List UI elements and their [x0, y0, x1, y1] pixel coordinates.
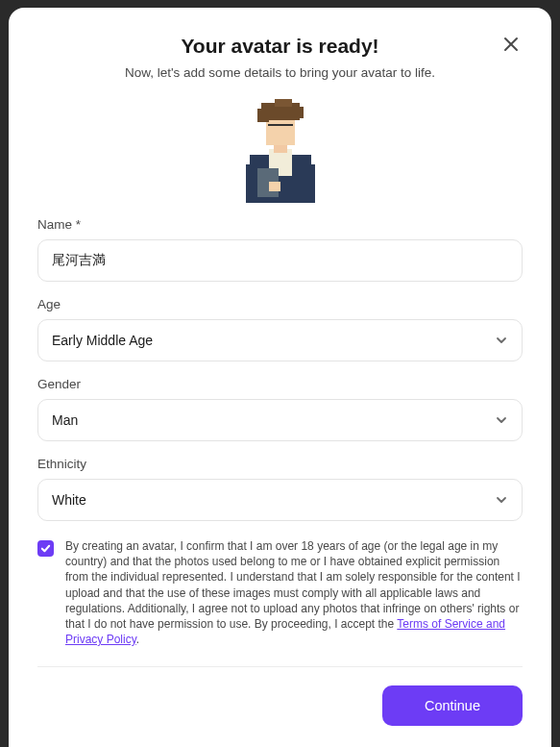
gender-value: Man	[52, 412, 495, 428]
consent-checkbox[interactable]	[37, 540, 54, 557]
svg-rect-16	[269, 182, 280, 191]
gender-group: Gender Man	[37, 377, 523, 441]
name-input[interactable]	[37, 239, 523, 282]
gender-label: Gender	[37, 377, 523, 391]
ethnicity-select[interactable]: White	[37, 479, 523, 521]
consent-after: .	[136, 633, 139, 646]
avatar-image	[232, 93, 329, 204]
close-icon	[502, 36, 520, 53]
svg-rect-4	[305, 164, 315, 203]
age-group: Age Early Middle Age	[37, 297, 523, 361]
name-group: Name *	[37, 217, 523, 282]
consent-row: By creating an avatar, I confirm that I …	[37, 538, 523, 667]
ethnicity-value: White	[52, 492, 495, 508]
check-icon	[40, 543, 51, 554]
modal-header: Your avatar is ready! Now, let's add som…	[37, 35, 523, 80]
chevron-down-icon	[495, 493, 508, 507]
continue-button[interactable]: Continue	[382, 685, 523, 726]
modal-subtitle: Now, let's add some details to bring you…	[37, 65, 523, 80]
svg-rect-10	[290, 107, 304, 118]
svg-rect-3	[246, 164, 256, 203]
chevron-down-icon	[495, 413, 508, 427]
svg-rect-9	[257, 109, 269, 122]
svg-rect-11	[275, 99, 292, 107]
avatar-preview	[37, 93, 523, 204]
name-label: Name *	[37, 217, 523, 232]
ethnicity-label: Ethnicity	[37, 457, 523, 471]
svg-rect-12	[268, 124, 278, 126]
svg-rect-13	[283, 124, 293, 126]
gender-select[interactable]: Man	[37, 399, 523, 441]
age-value: Early Middle Age	[52, 333, 495, 348]
avatar-ready-modal: Your avatar is ready! Now, let's add som…	[9, 8, 551, 747]
consent-text: By creating an avatar, I confirm that I …	[65, 538, 523, 647]
chevron-down-icon	[495, 334, 508, 347]
modal-footer: Continue	[37, 668, 523, 726]
age-select[interactable]: Early Middle Age	[37, 319, 523, 361]
age-label: Age	[37, 297, 523, 311]
modal-title: Your avatar is ready!	[37, 35, 523, 58]
svg-rect-14	[278, 124, 283, 126]
close-button[interactable]	[498, 31, 524, 58]
ethnicity-group: Ethnicity White	[37, 457, 523, 521]
